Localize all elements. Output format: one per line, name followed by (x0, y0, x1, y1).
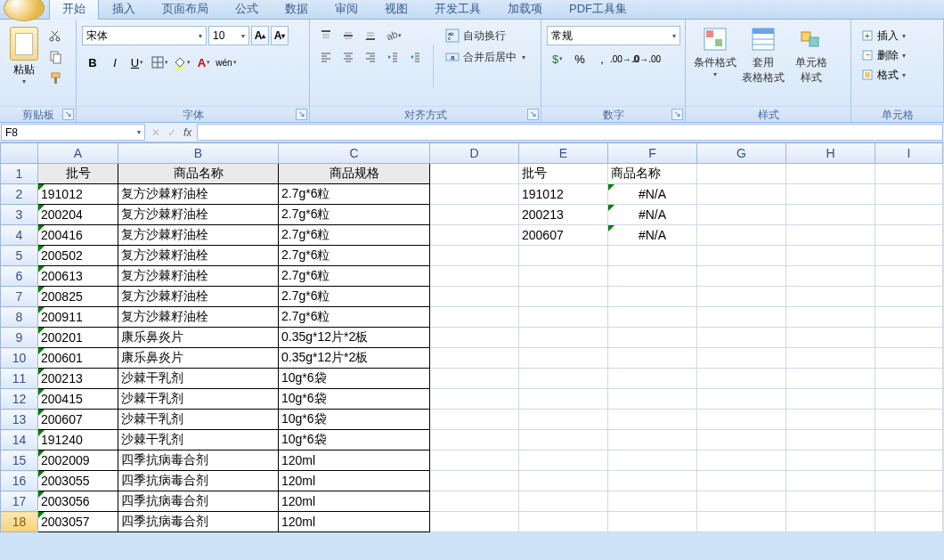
cell[interactable] (697, 430, 786, 450)
cell[interactable] (875, 205, 943, 225)
cell[interactable] (519, 287, 608, 307)
cell[interactable] (786, 430, 875, 450)
font-launcher[interactable]: ↘ (296, 109, 307, 120)
cell[interactable] (697, 164, 786, 184)
cell[interactable] (697, 450, 786, 471)
italic-button[interactable]: I (104, 53, 126, 72)
cell[interactable]: 四季抗病毒合剂 (118, 450, 279, 471)
number-format-combo[interactable]: 常规 ▾ (547, 26, 680, 45)
col-header-A[interactable]: A (38, 143, 118, 164)
cell[interactable] (430, 410, 519, 430)
cell[interactable]: 0.35g*12片*2板 (279, 348, 430, 369)
cell[interactable] (430, 369, 519, 389)
cell[interactable]: 200416 (38, 225, 118, 246)
number-launcher[interactable]: ↘ (671, 109, 683, 120)
cancel-formula-icon[interactable]: ✕ (151, 126, 160, 139)
formula-input[interactable] (197, 124, 943, 141)
col-header-E[interactable]: E (519, 143, 608, 164)
cell[interactable]: 191012 (519, 184, 608, 205)
cell[interactable] (608, 328, 697, 348)
cell[interactable] (697, 205, 786, 225)
cell[interactable] (786, 225, 875, 246)
cell[interactable] (875, 430, 943, 450)
cell[interactable] (875, 491, 943, 512)
cell[interactable] (608, 369, 697, 389)
col-header-H[interactable]: H (786, 143, 875, 164)
cell[interactable] (786, 328, 875, 348)
wrap-text-button[interactable]: abc 自动换行 (441, 26, 530, 45)
row-header[interactable]: 15 (1, 450, 38, 471)
cell[interactable]: 沙棘干乳剂 (118, 369, 279, 389)
cell[interactable] (697, 471, 786, 491)
decrease-font-button[interactable]: A▾ (271, 26, 289, 45)
row-header[interactable]: 4 (1, 225, 38, 246)
col-header-I[interactable]: I (875, 143, 943, 164)
cell[interactable] (875, 307, 943, 328)
row-header[interactable]: 3 (1, 205, 38, 225)
cell[interactable]: 复方沙棘籽油栓 (118, 307, 279, 328)
cell[interactable] (786, 348, 875, 369)
cell[interactable]: 191240 (38, 430, 118, 450)
cell[interactable] (608, 410, 697, 430)
cell[interactable]: 200601 (38, 348, 118, 369)
row-header[interactable]: 5 (1, 246, 38, 266)
cell[interactable] (519, 266, 608, 287)
cell[interactable] (875, 450, 943, 471)
delete-cells-button[interactable]: − 删除▾ (857, 45, 910, 65)
cell[interactable] (430, 491, 519, 512)
font-size-combo[interactable]: 10 ▾ (208, 26, 249, 45)
cell[interactable]: 200204 (38, 205, 118, 225)
cell[interactable] (519, 410, 608, 430)
row-header[interactable]: 12 (1, 389, 38, 410)
cell[interactable] (430, 287, 519, 307)
row-header[interactable]: 16 (1, 471, 38, 491)
cell[interactable]: 复方沙棘籽油栓 (118, 205, 279, 225)
fx-icon[interactable]: fx (183, 126, 191, 139)
cell[interactable] (430, 164, 519, 184)
cell[interactable] (875, 348, 943, 369)
format-painter-button[interactable] (46, 69, 66, 88)
cell[interactable] (430, 328, 519, 348)
cell[interactable] (786, 389, 875, 410)
col-header-G[interactable]: G (697, 143, 786, 164)
cell[interactable]: 2.7g*6粒 (279, 287, 430, 307)
cell[interactable]: 复方沙棘籽油栓 (118, 184, 279, 205)
row-header[interactable]: 2 (1, 184, 38, 205)
decrease-decimal-button[interactable]: .0→.00 (636, 49, 657, 69)
cell[interactable]: 0.35g*12片*2板 (279, 328, 430, 348)
cell[interactable] (697, 307, 786, 328)
percent-button[interactable]: % (569, 49, 590, 69)
cell[interactable] (875, 369, 943, 389)
cell[interactable] (608, 348, 697, 369)
row-header[interactable]: 11 (1, 369, 38, 389)
cell[interactable] (519, 389, 608, 410)
cell[interactable] (697, 410, 786, 430)
align-top-button[interactable] (315, 26, 337, 45)
cell[interactable]: 120ml (279, 471, 430, 491)
cell[interactable] (519, 307, 608, 328)
cell[interactable] (519, 450, 608, 471)
cell[interactable]: 2003055 (38, 471, 118, 491)
cell[interactable]: 康乐鼻炎片 (118, 328, 279, 348)
cell[interactable]: 2.7g*6粒 (279, 205, 430, 225)
insert-cells-button[interactable]: + 插入▾ (857, 26, 910, 45)
cell[interactable] (697, 348, 786, 369)
cell[interactable] (608, 246, 697, 266)
cell[interactable]: 四季抗病毒合剂 (118, 512, 279, 532)
cell[interactable] (875, 184, 943, 205)
cell[interactable]: 200825 (38, 287, 118, 307)
cell[interactable]: 批号 (38, 164, 118, 184)
cell[interactable] (786, 307, 875, 328)
cell[interactable]: 沙棘干乳剂 (118, 410, 279, 430)
underline-button[interactable]: U (126, 53, 148, 72)
cell[interactable]: 10g*6袋 (279, 430, 430, 450)
cell[interactable] (608, 430, 697, 450)
cell[interactable]: 2.7g*6粒 (279, 225, 430, 246)
tab-review[interactable]: 审阅 (321, 0, 371, 20)
cell[interactable]: 10g*6袋 (279, 410, 430, 430)
cell[interactable]: 2.7g*6粒 (279, 184, 430, 205)
cell[interactable] (608, 471, 697, 491)
select-all-corner[interactable] (1, 143, 38, 164)
cell[interactable] (608, 307, 697, 328)
cell[interactable] (430, 512, 519, 532)
